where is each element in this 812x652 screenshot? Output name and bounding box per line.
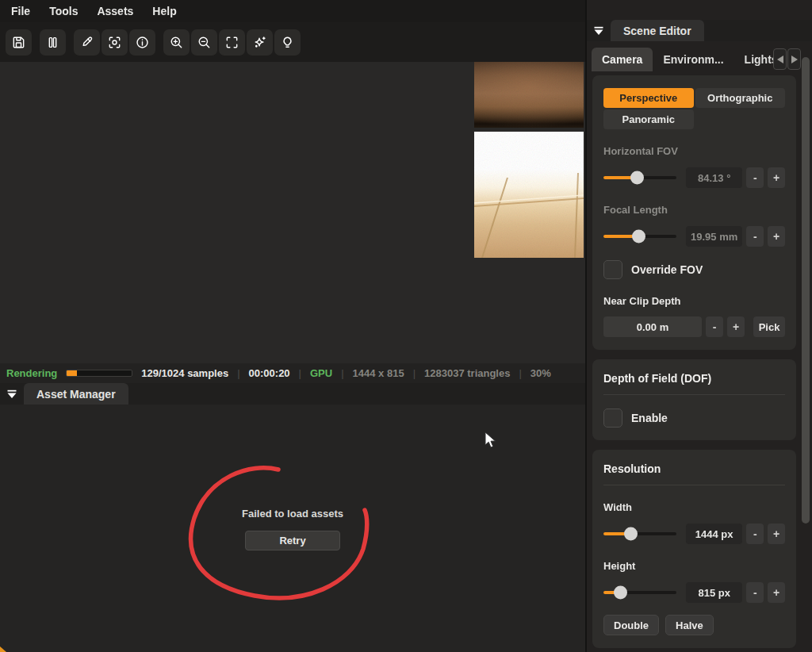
perspective-button[interactable]: Perspective <box>603 88 694 108</box>
menu-tools[interactable]: Tools <box>49 5 78 17</box>
hfov-decrement-button[interactable]: - <box>746 167 764 188</box>
hfov-slider-thumb[interactable] <box>630 171 644 185</box>
camera-settings: Perspective Orthographic Panoramic Horiz… <box>592 75 796 652</box>
render-progress-fill <box>67 370 76 376</box>
corner-notification-wedge <box>0 646 6 652</box>
focal-length-label: Focal Length <box>603 204 785 216</box>
focal-length-slider-thumb[interactable] <box>632 230 645 244</box>
hfov-slider[interactable] <box>603 176 676 179</box>
menu-help[interactable]: Help <box>152 5 176 17</box>
scene-editor-tab[interactable]: Scene Editor <box>611 20 704 41</box>
retry-button[interactable]: Retry <box>245 531 340 550</box>
height-decrement-button[interactable]: - <box>746 582 764 603</box>
chevron-left-icon <box>776 55 784 64</box>
save-icon <box>11 35 26 50</box>
focal-increment-button[interactable]: + <box>768 226 785 247</box>
hfov-label: Horizontal FOV <box>603 145 785 157</box>
width-increment-button[interactable]: + <box>768 524 785 544</box>
toolbar <box>0 22 585 62</box>
samples-count: 129/1024 samples <box>141 367 228 379</box>
info-button[interactable] <box>129 29 155 56</box>
scene-editor-header: Scene Editor <box>587 20 812 41</box>
override-fov-checkbox[interactable] <box>603 260 622 279</box>
near-clip-increment-button[interactable]: + <box>727 316 745 337</box>
pause-icon <box>45 35 60 50</box>
resolution-card: Resolution Width 1444 px - + Height <box>592 450 796 648</box>
asset-error-text: Failed to load assets <box>242 508 343 520</box>
render-preview-wall <box>474 62 584 128</box>
panel-scrollbar-thumb[interactable] <box>802 57 810 524</box>
height-slider[interactable] <box>603 591 676 594</box>
scene-editor-collapse-button[interactable] <box>587 20 611 41</box>
width-slider[interactable] <box>603 532 676 535</box>
asset-error-block: Failed to load assets Retry <box>0 508 585 550</box>
render-status-bar: Rendering 129/1024 samples | 00:00:20 | … <box>0 363 585 383</box>
resolution-title: Resolution <box>603 462 785 475</box>
device-label: GPU <box>310 367 332 379</box>
hfov-increment-button[interactable]: + <box>768 167 785 188</box>
lightbulb-icon <box>280 35 295 50</box>
menu-file[interactable]: File <box>11 5 30 17</box>
app-window: File Tools Assets Help <box>0 0 812 652</box>
camera-card: Perspective Orthographic Panoramic Horiz… <box>592 75 796 350</box>
chevron-right-icon <box>791 55 799 64</box>
zoom-in-icon <box>169 35 184 50</box>
asset-manager-body: Failed to load assets Retry <box>0 405 585 652</box>
override-fov-label: Override FOV <box>631 263 703 276</box>
width-value-field[interactable]: 1444 px <box>686 524 742 544</box>
tab-environment[interactable]: Environm... <box>653 48 733 71</box>
width-slider-thumb[interactable] <box>624 527 638 541</box>
width-label: Width <box>603 501 785 513</box>
near-clip-value-field[interactable]: 0.00 m <box>603 316 702 337</box>
height-slider-thumb[interactable] <box>614 586 627 600</box>
near-clip-pick-button[interactable]: Pick <box>753 316 785 337</box>
double-resolution-button[interactable]: Double <box>603 615 659 635</box>
focal-decrement-button[interactable]: - <box>746 226 764 247</box>
asset-manager-collapse-button[interactable] <box>0 383 24 405</box>
lightbulb-button[interactable] <box>274 29 301 56</box>
camera-mode-buttons: Perspective Orthographic Panoramic <box>603 88 785 129</box>
tab-camera[interactable]: Camera <box>592 48 653 71</box>
halve-resolution-button[interactable]: Halve <box>665 615 714 635</box>
render-state-label: Rendering <box>6 367 57 379</box>
render-progress-bar <box>66 370 132 377</box>
tab-scroll-right-button[interactable] <box>787 48 801 70</box>
pause-button[interactable] <box>40 29 66 56</box>
render-viewport[interactable] <box>0 62 585 363</box>
height-value-field[interactable]: 815 px <box>686 582 742 603</box>
height-increment-button[interactable]: + <box>768 582 785 603</box>
eyedropper-button[interactable] <box>74 29 100 56</box>
width-decrement-button[interactable]: - <box>746 524 764 544</box>
height-label: Height <box>603 560 785 572</box>
hfov-value-field[interactable]: 84.13 ° <box>686 167 742 188</box>
near-clip-decrement-button[interactable]: - <box>706 316 723 337</box>
sparkles-button[interactable] <box>247 29 273 56</box>
orthographic-button[interactable]: Orthographic <box>695 88 786 108</box>
panoramic-button[interactable]: Panoramic <box>603 109 694 129</box>
memory-percent: 30% <box>530 367 551 379</box>
fullscreen-button[interactable] <box>219 29 245 56</box>
sparkles-icon <box>252 35 267 50</box>
menu-assets[interactable]: Assets <box>97 5 133 17</box>
panel-scrollbar[interactable] <box>802 48 810 652</box>
zoom-out-icon <box>197 35 212 50</box>
render-time: 00:00:20 <box>249 367 290 379</box>
zoom-in-button[interactable] <box>163 29 190 56</box>
render-resolution: 1444 x 815 <box>353 367 404 379</box>
asset-manager-header: Asset Manager <box>0 383 585 405</box>
focus-icon <box>107 35 122 50</box>
near-clip-label: Near Clip Depth <box>603 295 785 307</box>
asset-manager-tab[interactable]: Asset Manager <box>24 383 128 405</box>
tab-scroll-left-button[interactable] <box>773 48 787 70</box>
focal-length-slider[interactable] <box>603 235 676 238</box>
focal-length-value-field[interactable]: 19.95 mm <box>686 226 742 247</box>
render-preview-floor <box>474 132 584 258</box>
focus-button[interactable] <box>102 29 128 56</box>
fullscreen-icon <box>224 35 239 50</box>
zoom-out-button[interactable] <box>191 29 217 56</box>
info-icon <box>135 35 150 50</box>
eyedropper-icon <box>79 35 94 50</box>
save-button[interactable] <box>6 29 32 56</box>
collapse-icon <box>6 389 17 399</box>
dof-enable-checkbox[interactable] <box>603 408 622 428</box>
